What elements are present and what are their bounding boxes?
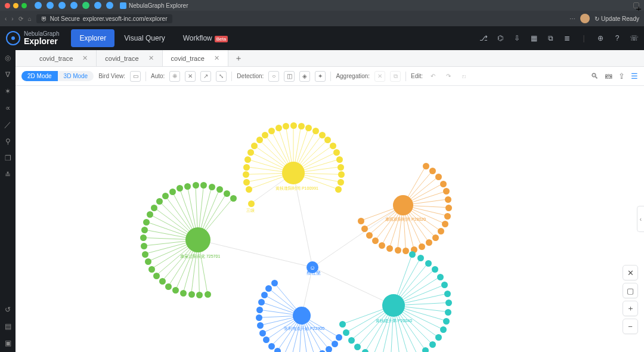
- maximize-window-icon[interactable]: [21, 3, 27, 8]
- satellite-node[interactable]: [443, 318, 450, 325]
- satellite-node[interactable]: [419, 243, 425, 250]
- satellite-node[interactable]: [256, 314, 262, 321]
- help-icon[interactable]: ?: [613, 34, 621, 42]
- layers-icon[interactable]: ≣: [563, 34, 571, 42]
- minimize-window-icon[interactable]: [13, 3, 18, 8]
- browser-active-tab[interactable]: NebulaGraph Explorer: [120, 2, 188, 9]
- satellite-node[interactable]: [246, 186, 252, 193]
- satellite-node[interactable]: [338, 164, 344, 171]
- clipboard-icon[interactable]: ▤: [4, 322, 12, 331]
- browser-tab-icon[interactable]: [82, 2, 89, 9]
- grid-icon[interactable]: ▦: [530, 34, 538, 42]
- zoom-out-button[interactable]: −: [623, 319, 638, 334]
- detect-4[interactable]: ✦: [315, 71, 326, 82]
- back-button[interactable]: ‹: [5, 16, 7, 22]
- satellite-node[interactable]: [257, 322, 264, 329]
- cluster-hub-blue[interactable]: [293, 307, 311, 325]
- satellite-node[interactable]: [305, 125, 312, 131]
- satellite-node[interactable]: [343, 329, 349, 336]
- satellite-node[interactable]: [422, 347, 429, 352]
- download-icon[interactable]: ⇩: [513, 34, 521, 42]
- reload-button[interactable]: ⟳: [18, 16, 23, 22]
- exit-button[interactable]: ⏍: [459, 71, 469, 82]
- terminal-icon[interactable]: ▣: [4, 339, 12, 347]
- frame-button[interactable]: ▢: [623, 283, 638, 298]
- satellite-node[interactable]: [338, 171, 345, 178]
- auto-opt-4[interactable]: ⤡: [216, 71, 227, 82]
- satellite-node[interactable]: [417, 255, 424, 261]
- satellite-node[interactable]: [275, 125, 282, 131]
- cluster-hub-teal[interactable]: [382, 294, 405, 317]
- satellite-node[interactable]: [244, 156, 251, 163]
- satellite-node[interactable]: [177, 185, 183, 192]
- satellite-node[interactable]: [140, 234, 147, 241]
- satellite-node[interactable]: [440, 181, 447, 187]
- redo-button[interactable]: ↷: [443, 71, 454, 82]
- satellite-node[interactable]: [432, 234, 439, 241]
- satellite-node[interactable]: [268, 128, 275, 134]
- mode-3d-button[interactable]: 3D Mode: [58, 71, 94, 81]
- address-field[interactable]: ⛨ Not Secure explorer.vesoft-inc.com/exp…: [36, 14, 172, 23]
- browser-tab-icon[interactable]: [70, 2, 78, 9]
- satellite-node[interactable]: [256, 137, 263, 143]
- browser-tab-icon[interactable]: [58, 2, 66, 9]
- auto-opt-2[interactable]: ✕: [185, 71, 196, 82]
- satellite-node[interactable]: [196, 292, 203, 298]
- share-icon[interactable]: ∝: [4, 104, 12, 112]
- agg-1[interactable]: ✕: [374, 71, 385, 82]
- satellite-node[interactable]: [247, 149, 254, 156]
- satellite-node[interactable]: [230, 195, 237, 202]
- satellite-node[interactable]: [248, 200, 255, 207]
- cluster-hub-yellow[interactable]: [282, 162, 305, 184]
- satellite-node[interactable]: [437, 274, 444, 280]
- browser-tab-icon[interactable]: [47, 2, 54, 9]
- satellite-node[interactable]: [336, 334, 342, 341]
- satellite-node[interactable]: [145, 258, 151, 265]
- mode-2d-button[interactable]: 2D Mode: [21, 71, 58, 81]
- satellite-node[interactable]: [143, 219, 150, 226]
- satellite-node[interactable]: [336, 156, 343, 163]
- close-tab-icon[interactable]: ✕: [214, 54, 219, 62]
- update-ready-button[interactable]: ↻ Update Ready: [595, 16, 639, 22]
- satellite-node[interactable]: [205, 291, 211, 298]
- detect-3[interactable]: ◈: [299, 71, 310, 82]
- satellite-node[interactable]: [444, 213, 451, 220]
- satellite-node[interactable]: [216, 186, 223, 193]
- doc-tab[interactable]: covid_trace✕: [31, 50, 97, 66]
- profile-avatar[interactable]: [580, 14, 590, 23]
- path-icon[interactable]: ／: [4, 121, 12, 129]
- export-icon[interactable]: ⇪: [618, 72, 625, 81]
- nav-tab-visual-query[interactable]: Visual Query: [116, 29, 173, 47]
- nav-tab-workflow[interactable]: WorkflowBeta: [175, 29, 237, 47]
- satellite-node[interactable]: [442, 221, 448, 227]
- satellite-node[interactable]: [362, 349, 369, 352]
- satellite-node[interactable]: [312, 128, 319, 134]
- branch-icon[interactable]: ⎇: [479, 34, 488, 42]
- forward-button[interactable]: ›: [11, 16, 13, 22]
- satellite-node[interactable]: [435, 334, 442, 341]
- satellite-node[interactable]: [395, 247, 401, 254]
- satellite-node[interactable]: [262, 132, 268, 138]
- satellite-node[interactable]: [141, 227, 148, 233]
- satellite-node[interactable]: [184, 183, 191, 190]
- satellite-node[interactable]: [148, 266, 155, 273]
- satellite-node[interactable]: [259, 330, 266, 336]
- satellite-node[interactable]: [283, 123, 289, 129]
- view-mode-toggle[interactable]: 2D Mode 3D Mode: [21, 71, 94, 81]
- satellite-node[interactable]: [379, 242, 385, 249]
- satellite-node[interactable]: [445, 299, 452, 306]
- detect-1[interactable]: ○: [268, 71, 279, 82]
- satellite-node[interactable]: [358, 218, 364, 224]
- satellite-node[interactable]: [330, 143, 336, 149]
- satellite-node[interactable]: [386, 245, 393, 252]
- satellite-node[interactable]: [263, 336, 270, 343]
- satellite-node[interactable]: [425, 260, 432, 267]
- satellite-node[interactable]: [326, 346, 332, 352]
- satellite-node[interactable]: [339, 321, 346, 328]
- satellite-node[interactable]: [151, 205, 157, 211]
- satellite-node[interactable]: [435, 174, 442, 180]
- satellite-node[interactable]: [445, 205, 452, 211]
- hook-icon[interactable]: ⚲: [4, 137, 12, 146]
- browser-tab-icon[interactable]: [106, 2, 113, 9]
- nav-tab-explorer[interactable]: Explorer: [71, 29, 114, 47]
